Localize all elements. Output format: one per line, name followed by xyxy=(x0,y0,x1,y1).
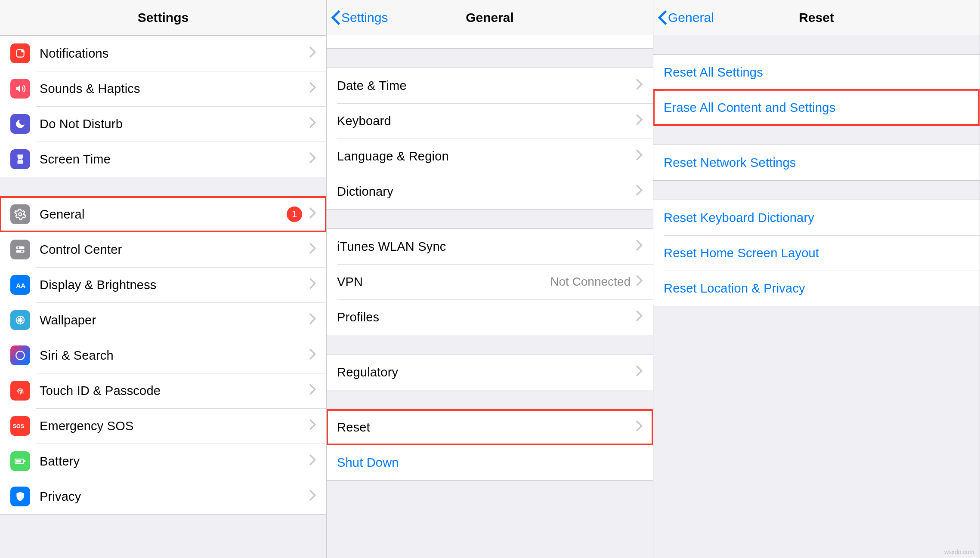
row-siri[interactable]: Siri & Search xyxy=(0,338,326,373)
row-display[interactable]: AA Display & Brightness xyxy=(0,267,326,302)
back-label: General xyxy=(668,10,714,25)
chevron-right-icon xyxy=(309,82,316,96)
navbar-title: General xyxy=(466,10,514,25)
chevron-right-icon xyxy=(309,117,316,131)
row-label: Reset Home Screen Layout xyxy=(664,246,969,260)
row-label: Reset All Settings xyxy=(664,65,969,80)
row-label: Shut Down xyxy=(337,456,643,470)
chevron-right-icon xyxy=(636,240,643,254)
row-language[interactable]: Language & Region xyxy=(327,139,653,174)
chevron-right-icon xyxy=(309,243,316,257)
back-button[interactable]: General xyxy=(658,10,714,25)
navbar-settings: Settings xyxy=(0,0,326,35)
chevron-right-icon xyxy=(636,365,643,379)
notifications-icon xyxy=(10,43,30,63)
row-battery[interactable]: Battery xyxy=(0,444,326,479)
row-label: iTunes WLAN Sync xyxy=(337,240,636,254)
chevron-right-icon xyxy=(636,275,643,289)
chevron-right-icon xyxy=(636,185,643,199)
chevron-right-icon xyxy=(309,490,316,504)
row-label: Dictionary xyxy=(337,185,636,199)
row-label: Reset Location & Privacy xyxy=(664,281,969,296)
svg-rect-13 xyxy=(24,460,25,462)
row-keyboard[interactable]: Keyboard xyxy=(327,103,653,139)
chevron-left-icon xyxy=(658,10,667,25)
row-shutdown[interactable]: Shut Down xyxy=(327,445,653,480)
row-cut[interactable] xyxy=(327,35,653,48)
spacer xyxy=(653,35,980,54)
spacer xyxy=(0,177,326,196)
row-reset-location[interactable]: Reset Location & Privacy xyxy=(653,271,980,306)
row-reset-keyboard[interactable]: Reset Keyboard Dictionary xyxy=(653,200,980,235)
row-label: Siri & Search xyxy=(40,348,309,363)
reset-content: Reset All Settings Erase All Content and… xyxy=(653,35,980,558)
chevron-right-icon xyxy=(309,348,316,363)
chevron-left-icon xyxy=(331,10,340,25)
row-label: Regulatory xyxy=(337,365,636,379)
row-label: Control Center xyxy=(40,243,309,257)
row-reset-homescreen[interactable]: Reset Home Screen Layout xyxy=(653,235,980,271)
general-panel: Settings General Date & Time Keyboard La… xyxy=(327,0,653,558)
row-datetime[interactable]: Date & Time xyxy=(327,68,653,103)
general-icon xyxy=(10,204,30,224)
row-screentime[interactable]: Screen Time xyxy=(0,142,326,177)
row-detail: Not Connected xyxy=(550,275,631,289)
row-profiles[interactable]: Profiles xyxy=(327,299,653,335)
row-notifications[interactable]: Notifications xyxy=(0,36,326,71)
row-touchid[interactable]: Touch ID & Passcode xyxy=(0,373,326,408)
row-reset[interactable]: Reset xyxy=(327,410,653,445)
svg-text:SOS: SOS xyxy=(13,423,24,429)
row-privacy[interactable]: Privacy xyxy=(0,479,326,514)
row-label: Touch ID & Passcode xyxy=(40,384,309,398)
sos-icon: SOS xyxy=(10,416,30,436)
svg-point-10 xyxy=(16,351,25,360)
chevron-right-icon xyxy=(309,46,316,61)
row-label: Do Not Disturb xyxy=(40,117,309,131)
row-label: Sounds & Haptics xyxy=(40,82,309,96)
chevron-right-icon xyxy=(309,278,316,292)
svg-point-1 xyxy=(21,49,24,52)
row-sounds[interactable]: Sounds & Haptics xyxy=(0,71,326,106)
navbar-title: Settings xyxy=(138,10,189,25)
control-center-icon xyxy=(10,240,30,259)
row-wallpaper[interactable]: Wallpaper xyxy=(0,302,326,338)
row-control-center[interactable]: Control Center xyxy=(0,232,326,267)
general-group-3: Regulatory xyxy=(327,354,653,390)
siri-icon xyxy=(10,345,30,365)
row-reset-all[interactable]: Reset All Settings xyxy=(653,55,980,90)
row-reset-network[interactable]: Reset Network Settings xyxy=(653,145,980,180)
row-label: Reset Network Settings xyxy=(664,156,969,170)
row-general[interactable]: General 1 xyxy=(0,197,326,232)
row-itunes-sync[interactable]: iTunes WLAN Sync xyxy=(327,229,653,264)
sounds-icon xyxy=(10,79,30,99)
back-button[interactable]: Settings xyxy=(331,10,388,25)
row-regulatory[interactable]: Regulatory xyxy=(327,355,653,390)
back-label: Settings xyxy=(341,10,388,25)
settings-group-2: General 1 Control Center AA Display & Br… xyxy=(0,196,326,515)
row-label: Reset xyxy=(337,420,636,435)
spacer xyxy=(327,390,653,409)
row-label: Erase All Content and Settings xyxy=(664,101,969,115)
row-label: Keyboard xyxy=(337,114,636,128)
chevron-right-icon xyxy=(636,420,643,435)
svg-point-6 xyxy=(21,250,23,252)
chevron-right-icon xyxy=(636,79,643,93)
row-label: Language & Region xyxy=(337,149,636,163)
row-label: VPN xyxy=(337,275,550,289)
row-sos[interactable]: SOS Emergency SOS xyxy=(0,408,326,444)
chevron-right-icon xyxy=(309,454,316,469)
row-erase-all[interactable]: Erase All Content and Settings xyxy=(653,90,980,125)
row-vpn[interactable]: VPN Not Connected xyxy=(327,264,653,299)
settings-panel: Settings Notifications Sounds & Haptics xyxy=(0,0,327,558)
general-group-1: Date & Time Keyboard Language & Region D… xyxy=(327,68,653,210)
row-label: Wallpaper xyxy=(40,313,309,327)
spacer xyxy=(327,49,653,68)
row-dictionary[interactable]: Dictionary xyxy=(327,174,653,209)
general-group-4: Reset Shut Down xyxy=(327,409,653,481)
spacer xyxy=(653,181,980,200)
row-dnd[interactable]: Do Not Disturb xyxy=(0,106,326,142)
wallpaper-icon xyxy=(10,310,30,330)
chevron-right-icon xyxy=(309,152,316,166)
svg-rect-14 xyxy=(16,460,21,462)
row-label: Notifications xyxy=(40,46,309,61)
